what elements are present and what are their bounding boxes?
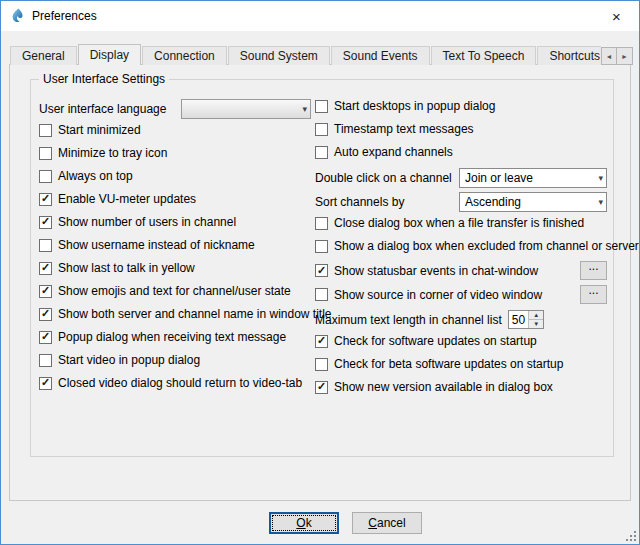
checkbox-label: Show emojis and text for channel/user st… — [58, 284, 291, 298]
checkbox-label: Show last to talk in yellow — [58, 261, 195, 275]
checkbox-username-instead-nickname[interactable]: Show username instead of nickname — [39, 237, 311, 253]
checkbox-box[interactable] — [315, 146, 328, 159]
checkbox-box[interactable] — [39, 170, 52, 183]
checkbox-box[interactable] — [315, 240, 328, 253]
close-icon[interactable]: × — [594, 1, 639, 31]
display-tab-page: User Interface Settings User interface l… — [9, 64, 631, 501]
cancel-button[interactable]: Cancel — [352, 512, 422, 534]
checkbox-box[interactable] — [39, 285, 52, 298]
checkbox-close-on-transfer-finished[interactable]: Close dialog box when a file transfer is… — [315, 215, 607, 231]
app-icon — [9, 8, 25, 24]
ok-button[interactable]: Ok — [269, 512, 339, 534]
checkbox-label: Show source in corner of video window — [334, 288, 542, 302]
cancel-button-label: Cancel — [368, 516, 405, 530]
checkbox-box[interactable] — [39, 262, 52, 275]
resize-grip[interactable] — [625, 530, 637, 542]
checkbox-new-version-dialog[interactable]: Show new version available in dialog box — [315, 379, 607, 395]
checkbox-box[interactable] — [39, 239, 52, 252]
tab-scroller: ◄ ► — [601, 47, 633, 65]
window-title: Preferences — [32, 9, 97, 23]
tab-scroll-right-icon[interactable]: ► — [617, 47, 633, 65]
language-combobox[interactable]: ▾ — [181, 99, 311, 119]
max-text-length-spinner[interactable]: 50 ▲ ▼ — [508, 310, 544, 329]
tab-bar: General Display Connection Sound System … — [10, 44, 601, 65]
checkbox-video-popup-dialog[interactable]: Start video in popup dialog — [39, 352, 311, 368]
checkbox-label: Show statusbar events in chat-window — [334, 264, 538, 278]
checkbox-desktops-popup[interactable]: Start desktops in popup dialog — [315, 98, 607, 114]
video-source-options-button[interactable]: ... — [580, 285, 607, 304]
chevron-down-icon: ▾ — [598, 197, 603, 207]
checkbox-emojis-and-text[interactable]: Show emojis and text for channel/user st… — [39, 283, 311, 299]
checkbox-box[interactable] — [39, 354, 52, 367]
checkbox-video-source-corner[interactable]: Show source in corner of video window — [315, 288, 542, 302]
checkbox-check-beta-updates[interactable]: Check for beta software updates on start… — [315, 356, 607, 372]
checkbox-label: Show both server and channel name in win… — [58, 307, 332, 321]
checkbox-box[interactable] — [315, 288, 328, 301]
sort-channels-value: Ascending — [465, 195, 521, 209]
checkbox-label: Check for beta software updates on start… — [334, 357, 563, 371]
checkbox-statusbar-events[interactable]: Show statusbar events in chat-window — [315, 264, 538, 278]
tab-text-to-speech[interactable]: Text To Speech — [431, 46, 537, 65]
checkbox-label: Show a dialog box when excluded from cha… — [334, 239, 639, 253]
checkbox-dialog-when-excluded[interactable]: Show a dialog box when excluded from cha… — [315, 238, 607, 254]
checkbox-show-user-count[interactable]: Show number of users in channel — [39, 214, 311, 230]
tab-scroll-left-icon[interactable]: ◄ — [601, 47, 617, 65]
double-click-combobox[interactable]: Join or leave ▾ — [459, 168, 607, 188]
spinner-down-icon[interactable]: ▼ — [529, 320, 543, 328]
checkbox-always-on-top[interactable]: Always on top — [39, 168, 311, 184]
checkbox-box[interactable] — [315, 264, 328, 277]
checkbox-box[interactable] — [39, 308, 52, 321]
checkbox-box[interactable] — [39, 216, 52, 229]
language-row: User interface language ▾ — [39, 98, 311, 119]
checkbox-label: Check for software updates on startup — [334, 334, 537, 348]
checkbox-box[interactable] — [39, 124, 52, 137]
checkbox-label: Start minimized — [58, 123, 141, 137]
tab-connection[interactable]: Connection — [142, 46, 227, 65]
checkbox-box[interactable] — [39, 331, 52, 344]
checkbox-box[interactable] — [315, 100, 328, 113]
checkbox-box[interactable] — [315, 335, 328, 348]
checkbox-timestamp-messages[interactable]: Timestamp text messages — [315, 121, 607, 137]
checkbox-box[interactable] — [315, 123, 328, 136]
tab-general[interactable]: General — [10, 46, 77, 65]
checkbox-label: Show new version available in dialog box — [334, 380, 553, 394]
checkbox-server-channel-in-title[interactable]: Show both server and channel name in win… — [39, 306, 311, 322]
checkbox-box[interactable] — [315, 217, 328, 230]
checkbox-vu-meter-updates[interactable]: Enable VU-meter updates — [39, 191, 311, 207]
checkbox-minimize-to-tray[interactable]: Minimize to tray icon — [39, 145, 311, 161]
checkbox-label: Auto expand channels — [334, 145, 453, 159]
sort-channels-combobox[interactable]: Ascending ▾ — [459, 192, 607, 212]
checkbox-popup-on-text-message[interactable]: Popup dialog when receiving text message — [39, 329, 311, 345]
checkbox-label: Minimize to tray icon — [58, 146, 167, 160]
tab-shortcuts[interactable]: Shortcuts — [537, 46, 601, 65]
chevron-down-icon: ▾ — [598, 173, 603, 183]
tab-display[interactable]: Display — [78, 44, 141, 65]
checkbox-box[interactable] — [39, 377, 52, 390]
spinner-up-icon[interactable]: ▲ — [529, 311, 543, 320]
checkbox-check-updates[interactable]: Check for software updates on startup — [315, 333, 607, 349]
group-title: User Interface Settings — [39, 72, 169, 86]
checkbox-box[interactable] — [315, 381, 328, 394]
checkbox-auto-expand-channels[interactable]: Auto expand channels — [315, 144, 607, 160]
checkbox-closed-video-return-tab[interactable]: Closed video dialog should return to vid… — [39, 375, 311, 391]
checkbox-label: Close dialog box when a file transfer is… — [334, 216, 584, 230]
checkbox-label: Enable VU-meter updates — [58, 192, 196, 206]
checkbox-label: Closed video dialog should return to vid… — [58, 376, 302, 390]
statusbar-events-options-button[interactable]: ... — [580, 261, 607, 280]
double-click-row: Double click on a channel Join or leave … — [315, 167, 607, 188]
checkbox-start-minimized[interactable]: Start minimized — [39, 122, 311, 138]
titlebar[interactable]: Preferences × — [1, 1, 639, 31]
checkbox-label: Popup dialog when receiving text message — [58, 330, 286, 344]
tab-sound-events[interactable]: Sound Events — [331, 46, 430, 65]
checkbox-last-to-talk-yellow[interactable]: Show last to talk in yellow — [39, 260, 311, 276]
checkbox-label: Timestamp text messages — [334, 122, 474, 136]
checkbox-box[interactable] — [39, 193, 52, 206]
checkbox-box[interactable] — [315, 358, 328, 371]
tab-sound-system[interactable]: Sound System — [228, 46, 330, 65]
checkbox-box[interactable] — [39, 147, 52, 160]
left-column: User interface language ▾ Start minimize… — [39, 98, 311, 398]
checkbox-label: Start desktops in popup dialog — [334, 99, 495, 113]
statusbar-events-row: Show statusbar events in chat-window ... — [315, 261, 607, 280]
ok-button-label: Ok — [296, 516, 311, 530]
max-text-length-value[interactable]: 50 — [509, 311, 528, 328]
